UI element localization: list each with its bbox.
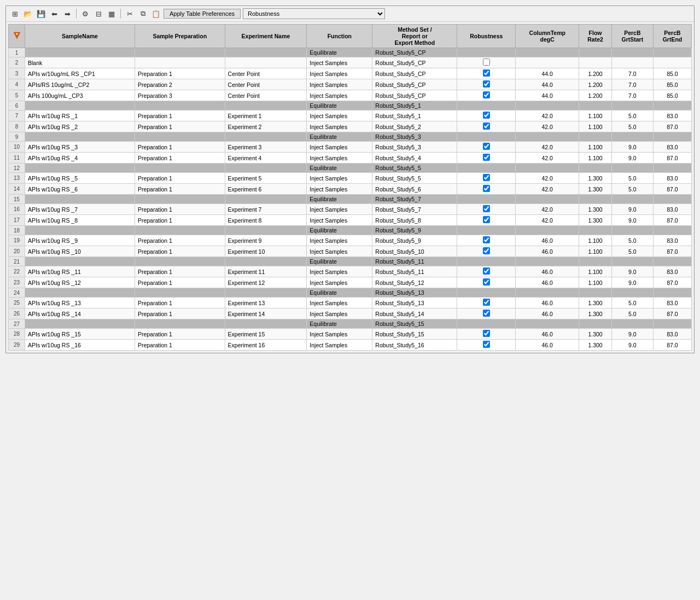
cell-robustness[interactable] bbox=[457, 257, 516, 266]
robustness-checkbox[interactable] bbox=[483, 330, 490, 337]
cell-flow-rate2: 1.200 bbox=[579, 68, 612, 79]
robustness-checkbox[interactable] bbox=[483, 91, 490, 98]
cell-robustness[interactable] bbox=[457, 319, 516, 329]
apply-table-preferences-button[interactable]: Apply Table Preferences bbox=[164, 9, 241, 19]
robustness-checkbox[interactable] bbox=[483, 267, 490, 275]
cell-robustness[interactable] bbox=[457, 308, 516, 319]
cell-col-temp: 46.0 bbox=[516, 266, 579, 277]
table-row: 11APIs w/10ug RS _4Preparation 1Experime… bbox=[9, 153, 692, 164]
robustness-checkbox[interactable] bbox=[483, 69, 490, 77]
cell-col-temp: 44.0 bbox=[516, 90, 579, 101]
table-row: 29APIs w/10ug RS _16Preparation 1Experim… bbox=[9, 340, 692, 351]
cell-robustness[interactable] bbox=[457, 79, 516, 90]
cell-method-set: Robust_Study5_2 bbox=[372, 121, 457, 132]
cell-robustness[interactable] bbox=[457, 164, 516, 173]
cell-percb-grtstart: 9.0 bbox=[611, 266, 653, 277]
row-number: 29 bbox=[9, 340, 25, 351]
cell-method-set: Robust_Study5_CP bbox=[372, 68, 457, 79]
cell-robustness[interactable] bbox=[457, 101, 516, 110]
robustness-checkbox[interactable] bbox=[483, 310, 490, 317]
cell-percb-grtend: 83.0 bbox=[653, 173, 691, 184]
grid-icon[interactable]: ⊞ bbox=[9, 8, 20, 19]
robustness-checkbox[interactable] bbox=[483, 123, 490, 130]
cell-percb-grtend: 83.0 bbox=[653, 298, 691, 308]
cell-sample-name: APIs w/10ug RS _7 bbox=[25, 204, 135, 215]
sep1 bbox=[76, 9, 77, 19]
paste-icon[interactable]: 📋 bbox=[150, 8, 161, 19]
robustness-checkbox[interactable] bbox=[483, 80, 490, 88]
robustness-checkbox[interactable] bbox=[483, 174, 490, 181]
robustness-dropdown[interactable]: Robustness bbox=[243, 8, 385, 19]
cell-robustness[interactable] bbox=[457, 121, 516, 132]
cell-sample-name: APIs w/10ug RS _5 bbox=[25, 173, 135, 184]
cell-function: Inject Samples bbox=[307, 142, 372, 153]
cell-method-set: Robust_Study5_1 bbox=[372, 110, 457, 121]
back-icon[interactable]: ⬅ bbox=[49, 8, 60, 19]
robustness-checkbox[interactable] bbox=[483, 236, 490, 243]
cell-robustness[interactable] bbox=[457, 132, 516, 142]
row-number: 26 bbox=[9, 308, 25, 319]
robustness-checkbox[interactable] bbox=[483, 299, 490, 306]
cell-robustness[interactable] bbox=[457, 184, 516, 195]
cell-robustness[interactable] bbox=[457, 298, 516, 308]
table-icon[interactable]: ▦ bbox=[106, 8, 117, 19]
row-number: 3 bbox=[9, 68, 25, 79]
robustness-checkbox[interactable] bbox=[483, 112, 490, 119]
settings-icon[interactable]: ⚙ bbox=[80, 8, 91, 19]
cell-robustness[interactable] bbox=[457, 195, 516, 204]
cell-function: Equilibrate bbox=[307, 319, 372, 329]
cell-percb-grtstart: 9.0 bbox=[611, 340, 653, 351]
cell-robustness[interactable] bbox=[457, 340, 516, 351]
cell-sample-name: APIs w/10ug/mL RS _CP1 bbox=[25, 68, 135, 79]
cell-percb-grtend bbox=[653, 164, 691, 173]
cell-function: Equilibrate bbox=[307, 195, 372, 204]
cell-robustness[interactable] bbox=[457, 235, 516, 246]
robustness-checkbox[interactable] bbox=[483, 143, 490, 150]
cell-robustness[interactable] bbox=[457, 288, 516, 298]
cell-robustness[interactable] bbox=[457, 329, 516, 340]
cell-sample-name bbox=[25, 288, 135, 298]
robustness-checkbox[interactable] bbox=[483, 278, 490, 286]
cell-robustness[interactable] bbox=[457, 226, 516, 235]
cell-method-set: Robust_Study5_7 bbox=[372, 204, 457, 215]
cell-robustness[interactable] bbox=[457, 173, 516, 184]
robustness-checkbox[interactable] bbox=[483, 185, 490, 192]
cell-sample-prep: Preparation 1 bbox=[135, 277, 225, 288]
cell-flow-rate2 bbox=[579, 57, 612, 68]
cell-robustness[interactable] bbox=[457, 215, 516, 226]
cut-icon[interactable]: ✂ bbox=[124, 8, 135, 19]
cell-flow-rate2: 1.300 bbox=[579, 204, 612, 215]
robustness-checkbox[interactable] bbox=[483, 154, 490, 161]
table-row: 18EquilibrateRobust_Study5_9 bbox=[9, 226, 692, 235]
row-number: 15 bbox=[9, 195, 25, 204]
cell-method-set: Robust_Study5_CP bbox=[372, 57, 457, 68]
cell-method-set: Robust_Study5_6 bbox=[372, 184, 457, 195]
cell-robustness[interactable] bbox=[457, 57, 516, 68]
robustness-checkbox[interactable] bbox=[483, 59, 490, 66]
forward-icon[interactable]: ➡ bbox=[62, 8, 73, 19]
save-icon[interactable]: 💾 bbox=[36, 8, 46, 19]
cell-robustness[interactable] bbox=[457, 277, 516, 288]
open-icon[interactable]: 📂 bbox=[22, 8, 33, 19]
cell-sample-prep bbox=[135, 57, 225, 68]
robustness-checkbox[interactable] bbox=[483, 247, 490, 254]
cell-robustness[interactable] bbox=[457, 68, 516, 79]
cell-robustness[interactable] bbox=[457, 204, 516, 215]
cell-col-temp bbox=[516, 164, 579, 173]
robustness-checkbox[interactable] bbox=[483, 205, 490, 212]
copy-icon[interactable]: ⧉ bbox=[137, 8, 148, 19]
cell-sample-name: APIs w/10ug RS _2 bbox=[25, 121, 135, 132]
grid2-icon[interactable]: ⊟ bbox=[93, 8, 104, 19]
cell-sample-prep bbox=[135, 319, 225, 329]
cell-robustness[interactable] bbox=[457, 266, 516, 277]
robustness-checkbox[interactable] bbox=[483, 216, 490, 223]
cell-robustness[interactable] bbox=[457, 246, 516, 257]
cell-robustness[interactable] bbox=[457, 90, 516, 101]
cell-robustness[interactable] bbox=[457, 48, 516, 57]
robustness-checkbox[interactable] bbox=[483, 341, 490, 348]
cell-flow-rate2: 1.300 bbox=[579, 329, 612, 340]
cell-percb-grtstart bbox=[611, 257, 653, 266]
cell-robustness[interactable] bbox=[457, 142, 516, 153]
cell-robustness[interactable] bbox=[457, 110, 516, 121]
cell-robustness[interactable] bbox=[457, 153, 516, 164]
